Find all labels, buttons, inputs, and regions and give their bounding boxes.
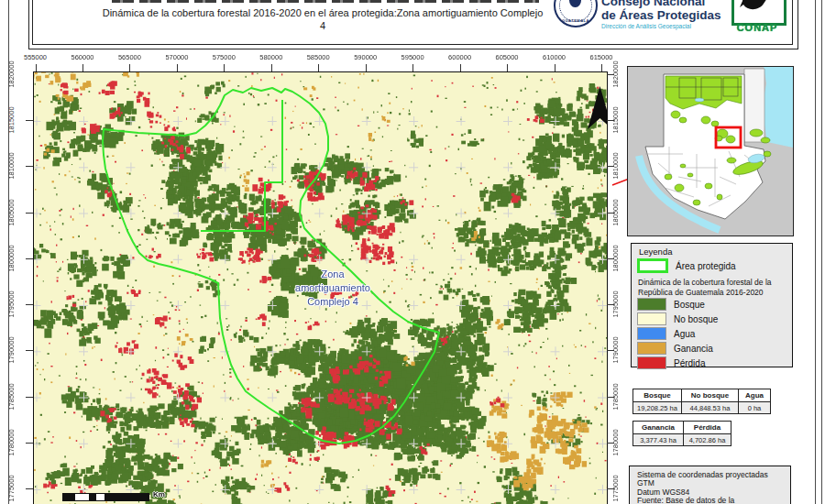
legend-item-ganancia: Ganancia [637, 342, 713, 355]
legend-title: Leyenda [639, 247, 672, 257]
x-axis-tick [601, 64, 602, 71]
legend-panel: Leyenda Área protegida Dinámica de la co… [631, 243, 793, 367]
legend-item-bosque: Bosque [637, 298, 705, 311]
x-axis-tick [177, 64, 178, 71]
zone-label: Zona amortiguamiento Complejo 4 [259, 268, 406, 309]
y-axis-label-left: 1780000 [7, 429, 16, 455]
x-axis-tick [224, 64, 225, 71]
y-axis-label-left: 1790000 [7, 337, 16, 364]
y-axis-tick-left [26, 213, 33, 214]
y-axis-label-left: 1820000 [7, 60, 16, 87]
x-axis-tick [271, 64, 272, 71]
y-axis-tick-right [607, 488, 614, 489]
x-axis-tick [129, 64, 130, 71]
map-info-panel: Sistema de coordenadas proyectadas GTM D… [629, 466, 791, 504]
protected-area-label: Área protegida [676, 261, 736, 271]
y-axis-tick-right [607, 213, 614, 214]
y-axis-tick-right [607, 258, 614, 259]
north-arrow-icon [588, 85, 608, 131]
seal-text: GUATEMALA [556, 18, 596, 23]
x-axis-tick [82, 64, 83, 71]
change-stats-table: Ganancia Pérdida 3,377.43 ha 4,702.86 ha [632, 421, 732, 446]
map-title-line1: Dinámica de la cobertura forestal 2016-2… [66, 6, 579, 19]
y-axis-label-left: 1805000 [7, 199, 16, 225]
zone-label-line3: Complejo 4 [259, 295, 406, 309]
x-axis-label: 565000 [118, 53, 141, 61]
y-axis-label-left: 1775000 [7, 475, 16, 501]
agua-swatch [637, 327, 666, 340]
x-axis-tick [507, 64, 508, 71]
legend-item-agua: Agua [637, 327, 695, 340]
y-axis-tick-right [607, 397, 614, 398]
org-name-line1: Consejo Nacional [601, 0, 730, 8]
x-axis-label: 610000 [543, 53, 566, 61]
inset-caribbean-sea [762, 67, 793, 148]
map-title: Dinámica de la cobertura forestal 2016-2… [66, 6, 579, 32]
y-axis-tick-left [26, 397, 33, 398]
x-axis-tick [366, 64, 367, 71]
y-axis-tick-left [26, 488, 33, 489]
x-axis-label: 615000 [589, 53, 612, 61]
zone-label-line1: Zona [259, 268, 406, 281]
legend-subtitle-line2: República de Guatemala 2016-2020 [638, 288, 772, 298]
inset-locator-map [627, 66, 794, 236]
protected-area-swatch [637, 258, 668, 273]
bosque-swatch [637, 298, 666, 311]
x-axis-label: 595000 [402, 53, 424, 61]
x-axis-label: 580000 [259, 53, 282, 61]
org-name-block: Consejo Nacional de Áreas Protegidas Dir… [601, 0, 730, 29]
y-axis-tick-left [26, 120, 33, 121]
scale-bar-unit: Km [153, 490, 165, 499]
x-axis-tick [318, 64, 319, 71]
page-border-right-outer [821, 0, 822, 504]
x-axis-tick [412, 64, 413, 71]
area-stats-table: Bosque No bosque Agua 19,208.25 ha 44,84… [632, 389, 771, 414]
y-axis-tick-right [607, 74, 614, 75]
clipped-text-remnant [112, 0, 539, 3]
col-ganancia: Ganancia [633, 422, 684, 434]
no-bosque-swatch [637, 312, 666, 325]
y-axis-label-left: 1815000 [7, 106, 16, 133]
y-axis-tick-right [607, 166, 614, 167]
y-axis-label-left: 1810000 [7, 153, 16, 180]
y-axis-tick-left [26, 304, 33, 305]
x-axis-label: 575000 [213, 53, 236, 61]
scale-bar [62, 493, 149, 501]
perdida-swatch [637, 356, 666, 369]
map-layout-page: Dinámica de la cobertura forestal 2016-2… [0, 0, 825, 504]
ganancia-value: 3,377.43 ha [633, 434, 684, 446]
x-axis-label: 555000 [24, 53, 47, 61]
inset-lake-peten [695, 98, 704, 102]
x-axis-tick [460, 64, 461, 71]
y-axis-tick-left [26, 166, 33, 167]
col-perdida: Pérdida [684, 422, 732, 434]
legend-subtitle: Dinámica de la cobertura forestal de la … [638, 278, 772, 297]
source-line: Fuente: Base de datos de la [637, 497, 790, 504]
conap-bird-icon [734, 0, 778, 16]
x-axis-label: 590000 [354, 53, 377, 61]
y-axis-tick-left [26, 350, 33, 351]
col-no-bosque: No bosque [682, 389, 739, 402]
perdida-value: 4,702.86 ha [684, 434, 732, 446]
x-axis-label: 585000 [307, 53, 330, 61]
y-axis-tick-right [607, 120, 614, 121]
main-map: Zona amortiguamiento Complejo 4 Km [33, 71, 608, 504]
y-axis-tick-right [607, 304, 614, 305]
zone-label-line2: amortiguamiento [259, 281, 406, 295]
x-axis-label: 605000 [495, 53, 518, 61]
crs-line: Sistema de coordenadas proyectadas [637, 471, 790, 479]
ganancia-swatch [637, 342, 666, 355]
org-name-line2: de Áreas Protegidas [601, 8, 730, 22]
y-axis-label-left: 1795000 [7, 290, 16, 317]
x-axis-label: 560000 [71, 53, 94, 61]
org-subtitle: Dirección de Análisis Geoespacial [601, 23, 730, 29]
x-axis-tick [36, 64, 37, 71]
bosque-value: 19,208.25 ha [633, 402, 682, 414]
page-border-right-inner [815, 0, 816, 504]
map-title-line2: 4 [66, 19, 579, 32]
y-axis-tick-left [26, 443, 33, 444]
y-axis-tick-right [607, 350, 614, 351]
y-axis-tick-right [607, 443, 614, 444]
col-bosque: Bosque [633, 389, 682, 402]
legend-item-perdida: Pérdida [637, 356, 705, 369]
